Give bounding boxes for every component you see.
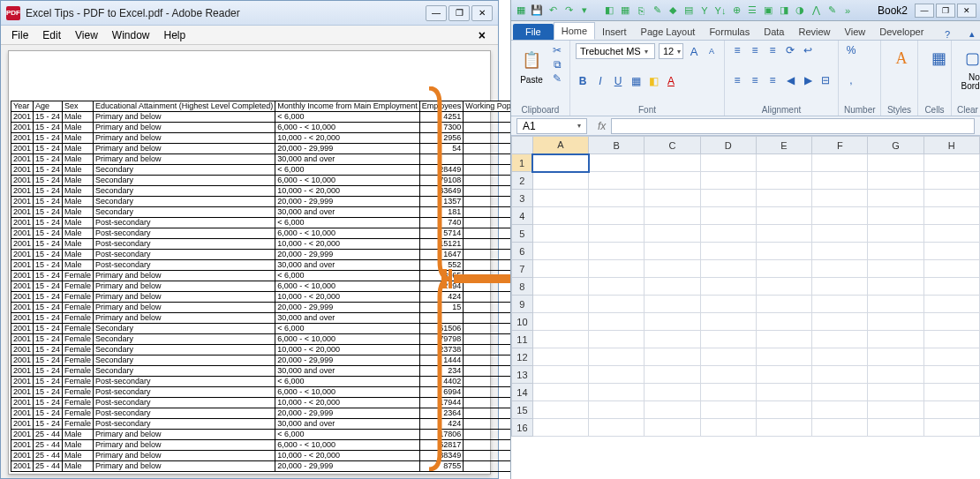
qat-custom-icon[interactable]: ◧ [603, 4, 615, 17]
align-middle-icon[interactable]: ≡ [748, 43, 762, 57]
align-left-icon[interactable]: ≡ [730, 73, 744, 87]
cell[interactable] [756, 278, 811, 296]
cell[interactable] [589, 384, 645, 401]
cell[interactable] [532, 260, 588, 278]
cell[interactable] [923, 225, 979, 243]
cell[interactable] [923, 401, 979, 419]
cut-icon[interactable]: ✂ [550, 43, 564, 57]
cell[interactable] [700, 207, 756, 225]
menu-help[interactable]: Help [157, 27, 193, 43]
cell[interactable] [812, 348, 868, 366]
cell[interactable] [532, 384, 588, 401]
qat-custom-icon[interactable]: Y [698, 4, 711, 17]
bold-button[interactable]: B [576, 74, 590, 88]
cell[interactable] [923, 366, 979, 384]
cell[interactable] [868, 243, 923, 260]
cell[interactable] [868, 225, 923, 243]
cell[interactable] [756, 225, 811, 243]
cell[interactable] [923, 313, 979, 331]
font-size-select[interactable]: 12▾ [659, 43, 683, 59]
cell[interactable] [532, 348, 588, 366]
qat-custom-icon[interactable]: ✎ [825, 4, 838, 17]
qat-custom-icon[interactable]: ⋀ [810, 4, 822, 17]
cell[interactable] [700, 260, 756, 278]
excel-titlebar[interactable]: ▦ 💾 ↶ ↷ ▾ ◧ ▦ ⎘ ✎ ◆ ▤ Y Y↓ ⊕ ☰ ▣ ◨ ◑ ⋀ ✎… [511, 0, 980, 21]
fill-color-icon[interactable]: ◧ [646, 74, 660, 88]
worksheet-grid[interactable]: ABCDEFGH12345678910111213141516 [511, 136, 980, 479]
styles-icon[interactable]: A [886, 43, 916, 73]
cell[interactable] [812, 225, 868, 243]
qat-redo-icon[interactable]: ↷ [562, 4, 575, 17]
align-bottom-icon[interactable]: ≡ [765, 43, 780, 57]
cell[interactable] [700, 348, 756, 366]
minimize-button[interactable]: — [426, 5, 447, 21]
qat-custom-icon[interactable]: Y↓ [714, 4, 727, 17]
cell[interactable] [589, 331, 645, 348]
minimize-ribbon-icon[interactable]: ▴ [964, 28, 980, 40]
cell[interactable] [756, 384, 811, 401]
row-header[interactable]: 1 [512, 154, 533, 172]
cell[interactable] [645, 243, 700, 260]
cell[interactable] [589, 419, 645, 437]
close-button[interactable]: ✕ [471, 5, 493, 21]
cell[interactable] [756, 401, 811, 419]
cell[interactable] [812, 419, 868, 437]
cell[interactable] [589, 313, 645, 331]
qat-custom-icon[interactable]: ▣ [762, 4, 774, 17]
cell[interactable] [756, 172, 811, 190]
font-color-icon[interactable]: A [664, 74, 678, 88]
cell[interactable] [756, 190, 811, 207]
tab-view[interactable]: View [838, 24, 873, 40]
cell[interactable] [589, 172, 645, 190]
cell[interactable] [756, 207, 811, 225]
cell[interactable] [923, 331, 979, 348]
cell[interactable] [923, 172, 979, 190]
qat-more-icon[interactable]: » [841, 4, 854, 17]
qat-save-icon[interactable]: 💾 [531, 4, 543, 17]
border-icon[interactable]: ▦ [629, 74, 643, 88]
cell[interactable] [868, 190, 923, 207]
cell[interactable] [868, 260, 923, 278]
underline-button[interactable]: U [611, 74, 625, 88]
cell[interactable] [812, 384, 868, 401]
align-center-icon[interactable]: ≡ [748, 73, 762, 87]
font-name-select[interactable]: Trebuchet MS▾ [576, 43, 655, 59]
cell[interactable] [700, 243, 756, 260]
cell[interactable] [589, 348, 645, 366]
menu-window[interactable]: Window [105, 27, 157, 43]
qat-custom-icon[interactable]: ▤ [682, 4, 695, 17]
row-header[interactable]: 9 [512, 296, 533, 313]
cell[interactable] [645, 348, 700, 366]
maximize-button[interactable]: ❐ [449, 5, 470, 21]
cell[interactable] [812, 260, 868, 278]
row-header[interactable]: 12 [512, 348, 533, 366]
format-painter-icon[interactable]: ✎ [550, 71, 564, 86]
menu-view[interactable]: View [68, 27, 105, 43]
qat-custom-icon[interactable]: ◑ [794, 4, 806, 17]
cell[interactable] [700, 278, 756, 296]
cell[interactable] [868, 207, 923, 225]
close-doc-button[interactable]: × [471, 26, 493, 44]
grow-font-icon[interactable]: A [687, 44, 701, 58]
cell[interactable] [589, 278, 645, 296]
tab-page-layout[interactable]: Page Layout [634, 24, 703, 40]
row-header[interactable]: 2 [512, 172, 533, 190]
cell[interactable] [700, 190, 756, 207]
minimize-button[interactable]: — [915, 4, 934, 18]
cell[interactable] [812, 331, 868, 348]
formula-bar[interactable] [611, 118, 975, 134]
col-header[interactable]: G [868, 137, 923, 154]
cell[interactable] [812, 366, 868, 384]
cell[interactable] [532, 172, 588, 190]
no-border-icon[interactable]: ▢ [957, 43, 980, 73]
copy-icon[interactable]: ⧉ [550, 57, 564, 71]
comma-style-icon[interactable]: , [844, 73, 858, 87]
cell[interactable] [645, 154, 700, 172]
cell[interactable] [645, 366, 700, 384]
cell[interactable] [645, 260, 700, 278]
help-button[interactable]: ? [939, 29, 955, 40]
tab-review[interactable]: Review [791, 24, 837, 40]
cell[interactable] [868, 419, 923, 437]
qat-undo-icon[interactable]: ↶ [547, 4, 559, 17]
cell[interactable] [756, 366, 811, 384]
